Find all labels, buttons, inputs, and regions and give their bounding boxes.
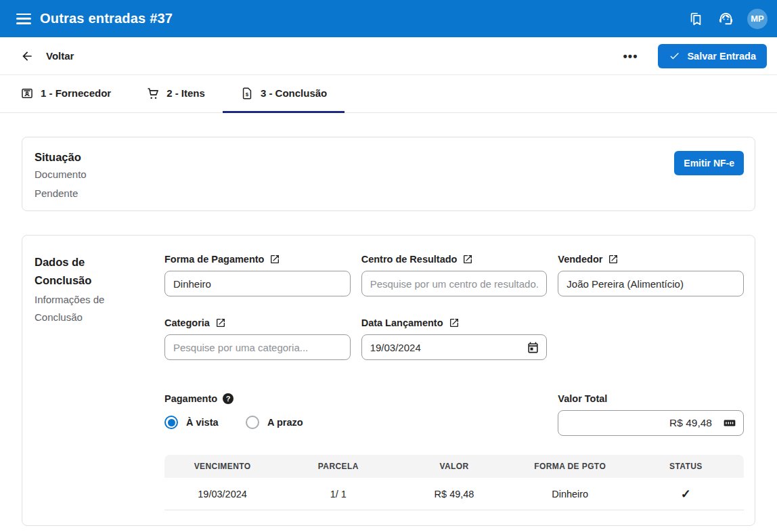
- app-header: Outras entradas #37 MP: [0, 0, 777, 37]
- tab-itens-label: 2 - Itens: [166, 87, 205, 99]
- tab-fornecedor-label: 1 - Fornecedor: [41, 87, 111, 99]
- conclusao-subtitle: Informações de Conclusão: [35, 291, 143, 326]
- document-dollar-icon: $: [240, 87, 254, 100]
- step-tabs: 1 - Fornecedor 2 - Itens $ 3 - Conclusão: [0, 75, 777, 113]
- user-avatar[interactable]: MP: [747, 9, 768, 29]
- external-link-icon[interactable]: [462, 254, 473, 265]
- col-vencimento: VENCIMENTO: [164, 462, 280, 471]
- cell-forma-pgto: Dinheiro: [512, 489, 628, 500]
- external-link-icon[interactable]: [608, 254, 619, 265]
- radio-unselected-icon: [246, 416, 259, 429]
- parcelas-table-header: VENCIMENTO PARCELA VALOR FORMA DE PGTO S…: [164, 455, 744, 478]
- status-check-icon: ✓: [628, 487, 744, 502]
- vendedor-input[interactable]: [558, 271, 744, 296]
- vendedor-label: Vendedor: [558, 254, 602, 265]
- more-options-icon[interactable]: •••: [623, 50, 638, 62]
- conclusao-form: Forma de Pagamento Centro de Resultado: [164, 253, 744, 512]
- tab-itens[interactable]: 2 - Itens: [129, 75, 223, 113]
- valor-total-input[interactable]: [558, 410, 744, 436]
- contact-card-icon: [20, 87, 34, 100]
- data-lancamento-label: Data Lançamento: [361, 317, 443, 328]
- situacao-pendente: Pendente: [35, 185, 87, 202]
- support-headset-icon[interactable]: [717, 11, 734, 27]
- banknote-icon: [723, 416, 736, 430]
- external-link-icon[interactable]: [269, 254, 280, 265]
- situacao-text-block: Situação Documento Pendente: [35, 151, 87, 202]
- pagamento-label: Pagamento: [164, 393, 217, 404]
- cell-valor: R$ 49,48: [396, 489, 512, 500]
- external-link-icon[interactable]: [449, 317, 460, 328]
- data-lancamento-input[interactable]: [361, 334, 548, 360]
- field-data-lancamento: Data Lançamento: [361, 317, 548, 360]
- parcelas-table: VENCIMENTO PARCELA VALOR FORMA DE PGTO S…: [164, 455, 744, 510]
- field-valor-total: Valor Total: [558, 393, 744, 436]
- bookmarks-icon[interactable]: [688, 11, 704, 27]
- tab-conclusao[interactable]: $ 3 - Conclusão: [223, 75, 345, 113]
- hamburger-menu-icon[interactable]: [16, 14, 31, 24]
- tab-conclusao-label: 3 - Conclusão: [261, 87, 327, 99]
- page-title: Outras entradas #37: [40, 11, 173, 26]
- radio-selected-icon: [164, 416, 178, 429]
- field-centro-resultado: Centro de Resultado: [361, 253, 548, 296]
- categoria-input[interactable]: [164, 334, 351, 360]
- situacao-title: Situação: [35, 151, 87, 164]
- emit-nfe-button[interactable]: Emitir NF-e: [674, 151, 744, 175]
- toolbar: Voltar ••• Salvar Entrada: [0, 37, 777, 75]
- external-link-icon[interactable]: [215, 317, 226, 328]
- field-forma-pagamento: Forma de Pagamento: [164, 253, 351, 296]
- radio-a-vista-label: À vista: [186, 417, 219, 428]
- main-content: Situação Documento Pendente Emitir NF-e …: [0, 113, 777, 531]
- col-valor: VALOR: [396, 462, 512, 471]
- valor-total-label: Valor Total: [558, 393, 607, 404]
- arrow-left-icon: [20, 49, 34, 63]
- radio-a-vista[interactable]: À vista: [164, 416, 246, 429]
- check-icon: [669, 50, 680, 62]
- forma-pagamento-input[interactable]: [164, 271, 351, 296]
- tab-fornecedor[interactable]: 1 - Fornecedor: [3, 75, 129, 113]
- back-button[interactable]: Voltar: [20, 49, 74, 63]
- col-status: STATUS: [628, 462, 744, 471]
- empty-grid-cell: [558, 317, 744, 360]
- conclusao-heading-block: Dados de Conclusão Informações de Conclu…: [35, 253, 143, 512]
- shopping-cart-icon: [146, 87, 160, 100]
- svg-text:$: $: [246, 91, 249, 97]
- cell-parcela: 1/ 1: [280, 489, 396, 500]
- categoria-label: Categoria: [164, 317, 210, 328]
- save-entry-label: Salvar Entrada: [687, 51, 756, 62]
- situacao-documento: Documento: [35, 167, 87, 183]
- forma-pagamento-label: Forma de Pagamento: [164, 254, 264, 265]
- centro-resultado-input[interactable]: [361, 271, 548, 296]
- col-forma-pgto: FORMA DE PGTO: [512, 462, 628, 471]
- pagamento-group: Pagamento ? À vista A prazo: [164, 393, 547, 436]
- help-icon[interactable]: ?: [223, 393, 234, 404]
- calendar-icon[interactable]: [526, 340, 539, 354]
- back-label: Voltar: [46, 50, 74, 62]
- col-parcela: PARCELA: [280, 462, 396, 471]
- cell-vencimento: 19/03/2024: [164, 489, 280, 500]
- field-categoria: Categoria: [164, 317, 351, 360]
- table-row[interactable]: 19/03/2024 1/ 1 R$ 49,48 Dinheiro ✓: [164, 478, 744, 510]
- save-entry-button[interactable]: Salvar Entrada: [658, 44, 767, 68]
- conclusao-title: Dados de Conclusão: [35, 253, 143, 290]
- radio-a-prazo-label: A prazo: [267, 417, 303, 428]
- situacao-card: Situação Documento Pendente Emitir NF-e: [22, 137, 755, 211]
- conclusao-card: Dados de Conclusão Informações de Conclu…: [22, 235, 755, 526]
- field-vendedor: Vendedor: [558, 253, 744, 296]
- radio-a-prazo[interactable]: A prazo: [246, 416, 327, 429]
- centro-resultado-label: Centro de Resultado: [361, 254, 458, 265]
